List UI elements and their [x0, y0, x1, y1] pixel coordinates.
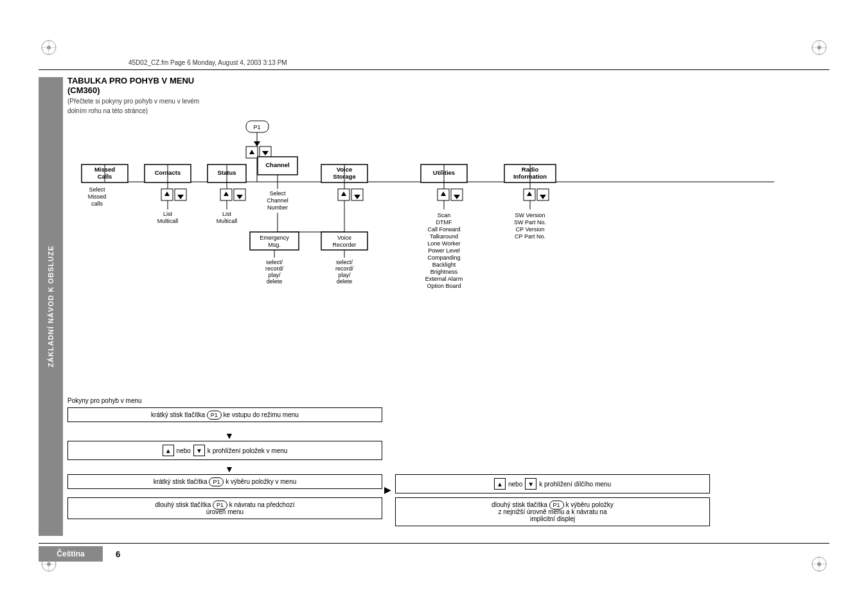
sidebar: ZÁKLADNÍ NÁVOD K OBSLUZE — [39, 77, 63, 536]
svg-text:Talkaround: Talkaround — [430, 233, 458, 240]
footer-line — [39, 543, 829, 544]
svg-text:SW Part No.: SW Part No. — [514, 219, 546, 226]
menu-diagram: P1 Missed Calls Contacts — [67, 120, 819, 389]
svg-text:Channel: Channel — [265, 161, 289, 168]
svg-text:Channel: Channel — [267, 197, 288, 204]
step5-post: k prohlížení dílčího menu — [539, 481, 611, 488]
instruction-step5: ▲ nebo ▼ k prohlížení dílčího menu — [395, 474, 710, 493]
svg-text:Power Level: Power Level — [428, 247, 460, 254]
svg-text:Missed: Missed — [88, 193, 107, 200]
svg-text:P1: P1 — [253, 124, 260, 130]
svg-text:Select: Select — [89, 186, 105, 193]
svg-text:record/: record/ — [335, 265, 354, 272]
footer-language: Čeština — [39, 546, 103, 562]
svg-text:Msg.: Msg. — [268, 242, 281, 248]
svg-text:CP Part No.: CP Part No. — [515, 233, 545, 240]
desc-line2: dolním rohu na této stránce) — [67, 107, 829, 114]
step4-text-before: dlouhý stisk tlačítka — [155, 501, 212, 508]
svg-text:Option Board: Option Board — [427, 283, 461, 289]
svg-text:Number: Number — [267, 204, 288, 211]
instruction-step1: krátký stisk tlačítka P1 ke vstupu do re… — [67, 407, 382, 422]
svg-text:External Alarm: External Alarm — [425, 276, 463, 282]
svg-text:select/: select/ — [336, 259, 353, 265]
arrow-down-2: ▼ — [225, 464, 234, 474]
svg-text:delete: delete — [337, 278, 353, 285]
step5-nebo: nebo — [508, 481, 522, 488]
up-arrow-icon-2: ▲ — [494, 478, 506, 490]
header-line — [39, 69, 829, 70]
up-arrow-icon: ▲ — [163, 445, 174, 456]
instruction-step2: ▲ nebo ▼ k prohlížení položek v menu — [67, 441, 382, 460]
page: 45D02_CZ.fm Page 6 Monday, August 4, 200… — [0, 0, 868, 613]
down-arrow-icon-2: ▼ — [525, 478, 536, 490]
svg-text:CP Version: CP Version — [516, 226, 545, 233]
svg-text:play/: play/ — [268, 272, 281, 278]
instruction-step4: dlouhý stisk tlačítka P1 k návratu na př… — [67, 497, 382, 519]
reg-mark-tl — [40, 39, 58, 58]
footer: Čeština 6 — [39, 546, 829, 562]
svg-marker-19 — [254, 141, 260, 147]
sidebar-label: ZÁKLADNÍ NÁVOD K OBSLUZE — [47, 245, 55, 368]
svg-text:calls: calls — [91, 200, 103, 207]
svg-text:play/: play/ — [338, 272, 351, 278]
step3-text-before: krátký stisk tlačítka — [154, 478, 209, 485]
step6-before: dlouhý stisk tlačítka — [492, 501, 549, 508]
step2-text-nebo: nebo — [177, 447, 191, 454]
svg-text:Emergency: Emergency — [260, 235, 289, 241]
svg-text:Brightness: Brightness — [430, 269, 458, 275]
svg-text:Select: Select — [269, 190, 286, 197]
svg-text:Call Forward: Call Forward — [427, 226, 460, 233]
footer-page: 6 — [116, 549, 120, 559]
main-content: TABULKA PRO POHYB V MENU (CM360) (Přečte… — [67, 76, 829, 537]
svg-text:Companding: Companding — [427, 254, 460, 261]
step2-text-post: k prohlížení položek v menu — [208, 447, 288, 454]
svg-text:select/: select/ — [266, 259, 283, 265]
svg-text:Backlight: Backlight — [432, 262, 456, 268]
svg-text:Multicall: Multicall — [217, 218, 238, 224]
svg-text:Voice: Voice — [337, 235, 351, 241]
reg-mark-tr — [810, 39, 828, 58]
p1-icon-step3: P1 — [209, 477, 224, 486]
p1-icon-step1: P1 — [207, 411, 222, 420]
header-file-info: 45D02_CZ.fm Page 6 Monday, August 4, 200… — [128, 59, 287, 66]
step3-text-after: k výběru položky v menu — [226, 478, 296, 485]
svg-text:Scan: Scan — [438, 212, 451, 218]
svg-text:record/: record/ — [265, 265, 284, 272]
sub-title: (CM360) — [67, 85, 829, 95]
step1-text-before: krátký stisk tlačítka — [151, 411, 207, 418]
svg-text:List: List — [163, 211, 173, 217]
instruction-step6: dlouhý stisk tlačítka P1 k výběru položk… — [395, 497, 710, 526]
svg-text:SW Version: SW Version — [515, 212, 545, 218]
instruction-step3: krátký stisk tlačítka P1 k výběru položk… — [67, 474, 382, 489]
svg-text:DTMF: DTMF — [436, 219, 452, 226]
desc-line1: (Přečtete si pokyny pro pohyb v menu v l… — [67, 98, 829, 105]
arrow-right-1: ▶ — [384, 484, 391, 495]
title-section: TABULKA PRO POHYB V MENU (CM360) (Přečte… — [67, 76, 829, 114]
svg-text:List: List — [222, 211, 232, 217]
down-arrow-icon: ▼ — [193, 445, 205, 456]
step1-text-after: ke vstupu do režimu menu — [224, 411, 299, 418]
arrow-down-1: ▼ — [225, 431, 234, 441]
svg-text:delete: delete — [267, 278, 283, 285]
pokyny-label: Pokyny pro pohyb v menu — [67, 397, 142, 404]
svg-text:Lone Worker: Lone Worker — [427, 240, 460, 247]
svg-text:Multicall: Multicall — [157, 218, 179, 224]
main-title: TABULKA PRO POHYB V MENU — [67, 76, 829, 85]
svg-text:Recorder: Recorder — [332, 242, 356, 248]
